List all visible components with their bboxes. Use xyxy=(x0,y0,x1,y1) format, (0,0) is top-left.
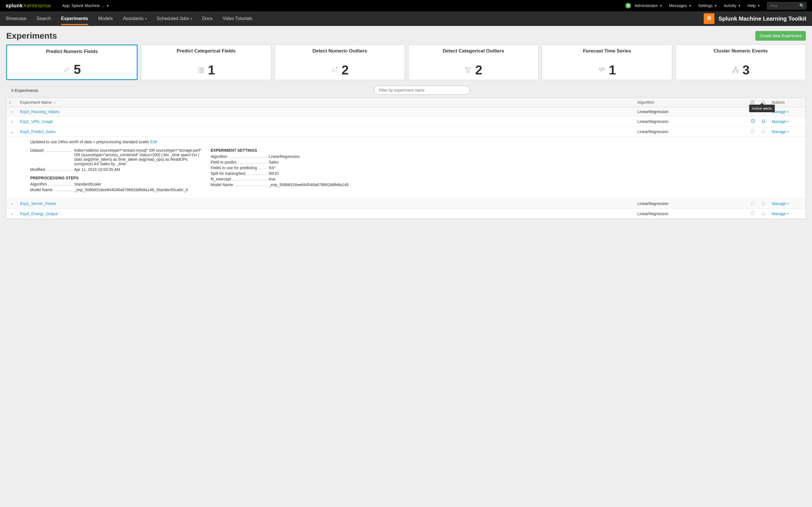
messages-menu[interactable]: Messages▼ xyxy=(669,3,692,8)
svg-point-25 xyxy=(467,70,469,72)
table-row: › Exp1_Server_Power LinearRegression Man… xyxy=(6,199,806,209)
manage-dropdown[interactable]: Manage▾ xyxy=(772,109,803,114)
bell-icon[interactable] xyxy=(761,201,766,205)
card-cluster-numeric-events[interactable]: Cluster Numeric Events 3 xyxy=(676,45,806,80)
preproc-algo-value: StandardScaler xyxy=(72,182,202,186)
activity-menu[interactable]: Activity▼ xyxy=(724,3,741,8)
manage-dropdown[interactable]: Manage▾ xyxy=(772,212,803,216)
nav-experiments[interactable]: Experiments xyxy=(61,12,88,25)
caret-down-icon: ▼ xyxy=(689,4,692,7)
administrator-menu[interactable]: Administrator▼ xyxy=(634,3,662,8)
modified-value: Apr 11, 2018 10:03:35 AM xyxy=(72,167,202,172)
app-selector-dropdown[interactable]: App: Splunk Machine ... ▼ xyxy=(62,3,109,8)
expand-row-button[interactable]: › xyxy=(11,212,13,216)
caret-down-icon: ▼ xyxy=(738,4,741,7)
logo-suffix: enterprise xyxy=(27,3,51,8)
svg-point-28 xyxy=(737,70,739,72)
svg-rect-13 xyxy=(200,70,204,71)
nav-label: Experiments xyxy=(61,16,88,21)
clock-icon[interactable] xyxy=(751,129,755,133)
clock-icon[interactable] xyxy=(751,201,755,205)
nav-scheduled-jobs[interactable]: Scheduled Jobs▾ xyxy=(157,12,192,25)
help-menu[interactable]: Help▼ xyxy=(747,3,760,8)
nav-showcase[interactable]: Showcase xyxy=(6,12,26,25)
list-icon xyxy=(197,66,205,74)
nav-assistants[interactable]: Assistants▾ xyxy=(123,12,147,25)
svg-point-17 xyxy=(333,70,333,71)
manage-label: Manage xyxy=(772,212,786,216)
card-forecast-time-series[interactable]: Forecast Time Series 1 xyxy=(542,45,672,80)
experiment-details: Updated to use 24hrs worth of data + pre… xyxy=(6,137,806,199)
create-new-experiment-button[interactable]: Create New Experiment xyxy=(755,31,806,41)
svg-point-21 xyxy=(336,67,338,68)
card-predict-categorical-fields[interactable]: Predict Categorical Fields 1 xyxy=(141,45,271,80)
setting-value: true xyxy=(267,177,800,181)
manage-dropdown[interactable]: Manage▾ xyxy=(772,119,803,124)
caret-down-icon: ▾ xyxy=(787,130,789,133)
experiment-link[interactable]: Exp4_Energy_Output xyxy=(20,212,58,216)
setting-value: SS* xyxy=(267,166,800,170)
svg-point-6 xyxy=(67,68,68,69)
experiments-table: i Experiment Name⇅ Algorithm Active aler… xyxy=(6,98,806,219)
caret-down-icon: ▾ xyxy=(787,202,789,205)
app-selector-label: App: Splunk Machine ... xyxy=(62,3,104,8)
nav-docs[interactable]: Docs xyxy=(202,12,212,25)
expand-row-button[interactable]: › xyxy=(11,109,13,114)
card-count: 2 xyxy=(475,63,482,76)
caret-down-icon: ▾ xyxy=(787,120,789,123)
algorithm-value: LinearRegression xyxy=(637,129,669,134)
settings-label: Settings xyxy=(698,3,713,8)
filter-row: 5 Experiments xyxy=(6,84,806,98)
experiment-link[interactable]: Exp1_Server_Power xyxy=(20,201,56,206)
svg-point-20 xyxy=(334,70,335,71)
preprocessing-steps-header: PREPROCESSING STEPS xyxy=(30,176,202,180)
search-icon[interactable]: 🔍 xyxy=(799,3,804,8)
card-count: 2 xyxy=(341,63,349,76)
card-title: Detect Categorical Outliers xyxy=(411,48,535,54)
header-experiment-name[interactable]: Experiment Name⇅ xyxy=(17,98,635,107)
card-detect-categorical-outliers[interactable]: Detect Categorical Outliers 2 xyxy=(408,45,538,80)
svg-point-1 xyxy=(708,17,709,17)
collapse-row-button[interactable]: ⌄ xyxy=(10,129,13,134)
nav-label: Assistants xyxy=(123,16,143,21)
card-title: Forecast Time Series xyxy=(545,48,669,54)
table-row: ⌄ Exp5_Predict_Sales LinearRegression Ma… xyxy=(6,127,806,137)
nav-models[interactable]: Models xyxy=(98,12,113,25)
clock-icon[interactable] xyxy=(751,119,755,123)
manage-dropdown[interactable]: Manage▾ xyxy=(772,201,803,206)
caret-down-icon: ▾ xyxy=(190,17,192,20)
manage-dropdown[interactable]: Manage▾ xyxy=(772,129,803,134)
nav-video-tutorials[interactable]: Video Tutorials xyxy=(223,12,252,25)
edit-description-button[interactable]: Edit xyxy=(150,139,157,144)
experiment-link[interactable]: Exp5_Predict_Sales xyxy=(20,129,56,134)
preproc-model-value: _exp_506b8316ee844546a678682ddfe8a149_St… xyxy=(72,187,202,192)
svg-rect-14 xyxy=(198,72,199,73)
outlier-icon xyxy=(331,66,339,74)
svg-point-4 xyxy=(65,70,66,71)
manage-label: Manage xyxy=(772,129,786,134)
setting-label: fit_intercept xyxy=(211,177,232,181)
caret-down-icon: ▼ xyxy=(659,4,662,7)
experiment-link[interactable]: Exp2_VPN_Usage xyxy=(20,119,53,124)
active-alerts-tooltip: Active alerts xyxy=(749,105,775,112)
card-predict-numeric-fields[interactable]: Predict Numeric Fields 5 xyxy=(6,45,137,80)
expand-row-button[interactable]: › xyxy=(11,201,13,206)
experiment-link[interactable]: Exp3_Housing_Values xyxy=(20,109,60,114)
nav-label: Models xyxy=(98,16,113,21)
bell-icon[interactable] xyxy=(761,129,766,133)
table-row: › Exp2_VPN_Usage LinearRegression Manage… xyxy=(6,116,806,127)
bell-icon[interactable] xyxy=(761,119,766,123)
manage-label: Manage xyxy=(772,201,786,206)
settings-menu[interactable]: Settings▼ xyxy=(698,3,717,8)
administrator-label: Administrator xyxy=(634,3,657,8)
help-label: Help xyxy=(747,3,756,8)
clock-icon[interactable] xyxy=(751,211,755,215)
bell-icon[interactable] xyxy=(761,211,766,215)
avatar[interactable]: H xyxy=(625,3,631,8)
expand-row-button[interactable]: › xyxy=(11,119,13,124)
card-detect-numeric-outliers[interactable]: Detect Numeric Outliers 2 xyxy=(275,45,405,80)
svg-point-2 xyxy=(709,17,710,17)
nav-search[interactable]: Search xyxy=(37,12,51,25)
filter-experiment-input[interactable] xyxy=(374,86,470,95)
header-algorithm[interactable]: Algorithm xyxy=(635,98,747,107)
